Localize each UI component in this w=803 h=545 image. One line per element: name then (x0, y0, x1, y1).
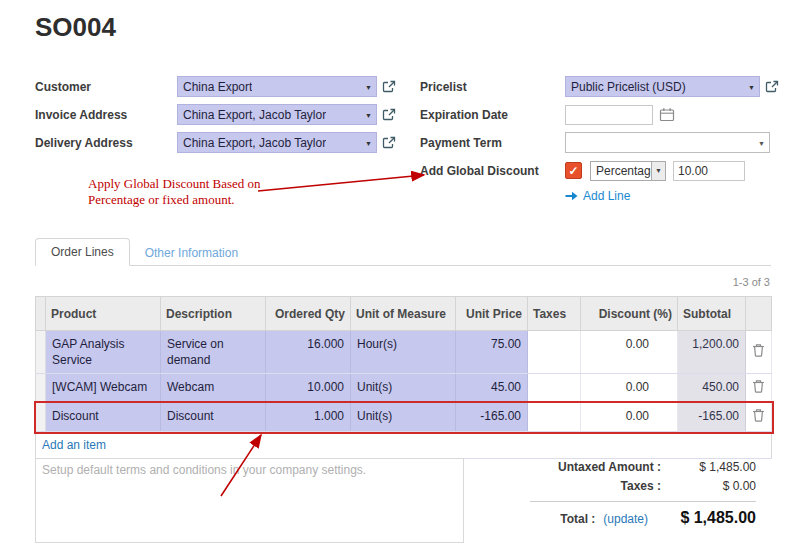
payment-term-select[interactable]: ▼ (565, 132, 770, 153)
pricelist-label: Pricelist (420, 80, 565, 94)
external-link-icon[interactable] (382, 108, 396, 122)
cell-discount[interactable]: 0.00 (581, 403, 678, 432)
cell-discount[interactable]: 0.00 (581, 331, 678, 374)
global-discount-checkbox[interactable]: ✓ (565, 162, 582, 179)
pager[interactable]: 1-3 of 3 (733, 276, 770, 288)
add-line-button[interactable]: Add Line (565, 189, 785, 203)
add-an-item-link[interactable]: Add an item (42, 438, 106, 452)
total-label: Total : (530, 512, 595, 526)
taxes-value: $ 0.00 (661, 479, 756, 493)
delivery-address-value: China Export, Jacob Taylor (183, 136, 326, 150)
tab-order-lines[interactable]: Order Lines (35, 238, 130, 266)
cell-product[interactable]: Discount (46, 403, 161, 432)
taxes-label: Taxes : (530, 479, 661, 493)
expiration-date-label: Expiration Date (420, 108, 565, 122)
pricelist-input[interactable]: Public Pricelist (USD) ▼ (565, 76, 760, 97)
pricelist-row: Pricelist Public Pricelist (USD) ▼ (420, 76, 785, 97)
totals-panel: Untaxed Amount : $ 1,485.00 Taxes : $ 0.… (530, 460, 756, 532)
invoice-address-label: Invoice Address (35, 108, 177, 122)
cell-subtotal: -165.00 (678, 403, 746, 432)
annotation-global-discount: Apply Global Discount Based on Percentag… (88, 176, 284, 209)
column-unit-price[interactable]: Unit Price (456, 297, 528, 331)
discount-type-value: Percentage (596, 164, 657, 178)
cell-description[interactable]: Discount (161, 403, 266, 432)
external-link-icon[interactable] (765, 80, 779, 94)
cell-unit-price[interactable]: 45.00 (456, 374, 528, 403)
untaxed-amount-label: Untaxed Amount : (530, 460, 661, 474)
delivery-address-row: Delivery Address China Export, Jacob Tay… (35, 132, 396, 153)
external-link-icon[interactable] (382, 136, 396, 150)
cell-uom[interactable]: Unit(s) (351, 374, 456, 403)
customer-row: Customer China Export ▼ (35, 76, 396, 97)
table-row[interactable]: [WCAM] Webcam Webcam 10.000 Unit(s) 45.0… (36, 374, 772, 403)
column-discount[interactable]: Discount (%) (581, 297, 678, 331)
delete-row-button[interactable] (746, 331, 772, 374)
discount-type-select[interactable]: Percentage ▼ (590, 161, 666, 181)
cell-description[interactable]: Service on demand (161, 331, 266, 374)
chevron-down-icon: ▼ (365, 111, 372, 118)
external-link-icon[interactable] (382, 80, 396, 94)
cell-taxes[interactable] (528, 403, 581, 432)
column-subtotal[interactable]: Subtotal (678, 297, 746, 331)
trash-icon (752, 379, 765, 393)
tab-other-information[interactable]: Other Information (130, 240, 253, 266)
row-handle[interactable] (36, 403, 46, 432)
cell-unit-price[interactable]: -165.00 (456, 403, 528, 432)
invoice-address-value: China Export, Jacob Taylor (183, 108, 326, 122)
chevron-down-icon: ▼ (758, 139, 765, 146)
notebook-tabs: Order Lines Other Information (35, 238, 771, 266)
delivery-address-input[interactable]: China Export, Jacob Taylor ▼ (177, 132, 377, 153)
untaxed-amount-row: Untaxed Amount : $ 1,485.00 (530, 460, 756, 474)
chevron-down-icon: ▼ (748, 83, 755, 90)
column-unit-of-measure[interactable]: Unit of Measure (351, 297, 456, 331)
table-row-discount[interactable]: Discount Discount 1.000 Unit(s) -165.00 … (36, 403, 772, 432)
column-ordered-qty[interactable]: Ordered Qty (266, 297, 351, 331)
table-header-row: Product Description Ordered Qty Unit of … (36, 297, 772, 331)
delete-row-button[interactable] (746, 403, 772, 432)
chevron-down-icon: ▼ (365, 139, 372, 146)
column-product[interactable]: Product (46, 297, 161, 331)
total-value: $ 1,485.00 (656, 509, 756, 527)
customer-label: Customer (35, 80, 177, 94)
cell-qty[interactable]: 10.000 (266, 374, 351, 403)
expiration-date-input[interactable] (565, 105, 653, 125)
cell-subtotal: 1,200.00 (678, 331, 746, 374)
cell-taxes[interactable] (528, 331, 581, 374)
handle-column-header (36, 297, 46, 331)
trash-icon (752, 408, 765, 422)
cell-discount[interactable]: 0.00 (581, 374, 678, 403)
row-handle[interactable] (36, 331, 46, 374)
cell-uom[interactable]: Unit(s) (351, 403, 456, 432)
cell-unit-price[interactable]: 75.00 (456, 331, 528, 374)
cell-product[interactable]: [WCAM] Webcam (46, 374, 161, 403)
terms-conditions-textarea[interactable] (35, 458, 464, 543)
delivery-address-label: Delivery Address (35, 136, 177, 150)
update-total-link[interactable]: (update) (603, 512, 648, 526)
invoice-address-input[interactable]: China Export, Jacob Taylor ▼ (177, 104, 377, 125)
invoice-address-row: Invoice Address China Export, Jacob Tayl… (35, 104, 396, 125)
calendar-icon[interactable] (659, 107, 675, 122)
cell-product[interactable]: GAP Analysis Service (46, 331, 161, 374)
cell-qty[interactable]: 1.000 (266, 403, 351, 432)
column-taxes[interactable]: Taxes (528, 297, 581, 331)
add-item-row: Add an item (36, 432, 772, 459)
column-description[interactable]: Description (161, 297, 266, 331)
cell-description[interactable]: Webcam (161, 374, 266, 403)
expiration-date-row: Expiration Date (420, 104, 785, 125)
payment-term-row: Payment Term ▼ (420, 132, 785, 153)
delete-row-button[interactable] (746, 374, 772, 403)
totals-divider (530, 501, 756, 502)
row-handle[interactable] (36, 374, 46, 403)
form-left-column: Customer China Export ▼ Invoice Address … (35, 76, 396, 160)
cell-taxes[interactable] (528, 374, 581, 403)
pricelist-value: Public Pricelist (USD) (571, 80, 686, 94)
cell-qty[interactable]: 16.000 (266, 331, 351, 374)
add-line-label: Add Line (583, 189, 630, 203)
table-row[interactable]: GAP Analysis Service Service on demand 1… (36, 331, 772, 374)
cell-uom[interactable]: Hour(s) (351, 331, 456, 374)
total-row: Total : (update) $ 1,485.00 (530, 509, 756, 527)
customer-value: China Export (183, 80, 252, 94)
discount-amount-input[interactable] (673, 161, 745, 181)
customer-input[interactable]: China Export ▼ (177, 76, 377, 97)
chevron-down-icon: ▼ (365, 83, 372, 90)
